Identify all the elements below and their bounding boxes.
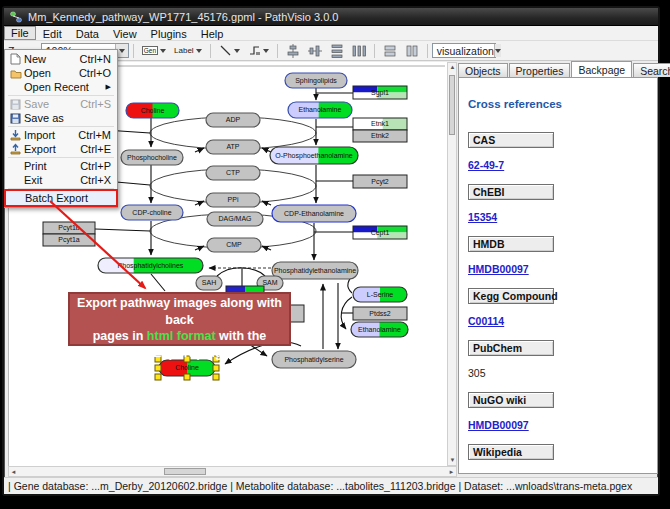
align-vertical-center-button[interactable] (305, 42, 325, 59)
horizontal-scroll-thumb[interactable] (164, 468, 206, 475)
ref-value-link[interactable]: HMDB00097 (468, 263, 529, 275)
node-ctp[interactable]: CTP (206, 166, 260, 180)
line-dropdown-icon[interactable] (234, 49, 240, 53)
ref-value-link[interactable]: 15354 (468, 211, 497, 223)
align-horizontal-center-button[interactable] (283, 42, 303, 59)
node-label: L-Serine (367, 291, 394, 298)
node-phosphatidylcholines[interactable]: Phosphatidylcholines (98, 258, 203, 273)
connector-tool-button[interactable] (245, 42, 272, 59)
menu-view[interactable]: View (106, 26, 144, 40)
node-phosphocholine[interactable]: Phosphocholine (121, 150, 183, 165)
node-cdp-ethanolamine[interactable]: CDP-Ethanolamine (272, 205, 356, 222)
tab-objects[interactable]: Objects (458, 63, 508, 77)
align-vertical-center-icon (308, 44, 322, 58)
scroll-up-icon[interactable]: ▲ (448, 63, 457, 72)
datanode-tool-button[interactable]: Gen (139, 42, 169, 59)
file-menu-item-import[interactable]: Import Ctrl+M (5, 128, 117, 142)
menu-data[interactable]: Data (69, 26, 106, 40)
node-ptdss2[interactable]: Ptdss2 (353, 307, 407, 320)
node-sphingolipids[interactable]: Sphingolipids (285, 73, 347, 88)
label-tool-button[interactable]: Label (171, 42, 205, 59)
menu-help[interactable]: Help (194, 26, 231, 40)
ref-section-kegg: Kegg Compound C00114 (468, 288, 657, 329)
file-menu-item-export[interactable]: Export Ctrl+E (5, 142, 117, 156)
node-ethanolamine-top[interactable]: Ethanolamine (288, 102, 352, 118)
node-o-phosphoethanolamine[interactable]: O-Phosphoethanolamine (270, 147, 358, 164)
node-ppi[interactable]: PPi (206, 193, 260, 207)
node-sgpl1[interactable]: Sgpl1 (353, 86, 407, 99)
node-ethanolamine-bottom[interactable]: Ethanolamine (351, 322, 408, 337)
line-tool-button[interactable] (216, 42, 243, 59)
scroll-right-icon[interactable]: ► (447, 468, 456, 477)
canvas-horizontal-scrollbar[interactable]: ◄ ► (8, 466, 457, 477)
menu-edit[interactable]: Edit (36, 26, 69, 40)
common-height-icon (405, 44, 419, 58)
datanode-dropdown-icon[interactable] (160, 49, 166, 53)
file-menu-item-batch-export[interactable]: Batch Export (6, 191, 116, 205)
file-menu-item-exit[interactable]: Exit Ctrl+X (5, 173, 117, 187)
distribute-vertical-button[interactable] (327, 42, 347, 59)
node-label: Ethanolamine (299, 106, 342, 113)
tab-properties[interactable]: Properties (509, 63, 571, 77)
connector-tool-icon (248, 44, 261, 57)
node-label: Pcyt1a (58, 236, 80, 244)
file-menu-item-save[interactable]: Save Ctrl+S (5, 97, 117, 111)
connector-dropdown-icon[interactable] (263, 49, 269, 53)
node-adp[interactable]: ADP (206, 113, 260, 127)
file-menu-item-new[interactable]: New Ctrl+N (5, 52, 117, 66)
titlebar[interactable]: Mm_Kennedy_pathway_WP1771_45176.gpml - P… (4, 8, 658, 26)
node-l-serine[interactable]: L-Serine (353, 287, 407, 302)
node-pcyt1b[interactable]: Pcyt1b (43, 222, 95, 234)
visualization-combobox[interactable]: visualization (432, 43, 496, 58)
node-choline-top[interactable]: Choline (126, 103, 179, 118)
submenu-arrow-icon: ▶ (106, 83, 111, 91)
node-label: Etnk2 (371, 132, 389, 139)
node-atp[interactable]: ATP (206, 140, 260, 154)
node-cmp[interactable]: CMP (207, 238, 261, 252)
callout-text: Export pathway images along with backpag… (70, 295, 289, 361)
ref-source-label: HMDB (468, 236, 554, 252)
ref-section-wikipedia: Wikipedia Choline (468, 444, 657, 474)
canvas-vertical-scrollbar[interactable]: ▲ ▼ (447, 62, 457, 466)
ref-section-chebi: ChEBI 15354 (468, 184, 657, 225)
align-horizontal-center-icon (286, 44, 300, 58)
ref-value-link[interactable]: HMDB00097 (468, 419, 529, 431)
selection-handle[interactable] (213, 374, 219, 380)
ref-value-link[interactable]: 62-49-7 (468, 159, 504, 171)
selection-handle[interactable] (155, 374, 161, 380)
node-pcyt2[interactable]: Pcyt2 (353, 175, 407, 188)
selection-handle[interactable] (213, 365, 219, 371)
common-width-button[interactable] (380, 42, 400, 59)
menu-file[interactable]: File (4, 26, 36, 40)
node-etnk1[interactable]: Etnk1 (353, 118, 407, 130)
visualization-dropdown-icon[interactable] (494, 44, 501, 57)
node-pcyt1a[interactable]: Pcyt1a (43, 234, 95, 246)
node-cept1[interactable]: Cept1 (353, 226, 407, 239)
node-dag-mag[interactable]: DAG/MAG (207, 212, 263, 226)
tab-search[interactable]: Search (633, 63, 670, 77)
common-height-button[interactable] (402, 42, 422, 59)
scroll-left-icon[interactable]: ◄ (9, 468, 18, 477)
ref-section-hmdb: HMDB HMDB00097 (468, 236, 657, 277)
node-label: O-Phosphoethanolamine (275, 152, 353, 160)
file-menu-item-save-as[interactable]: Save as (5, 111, 117, 125)
label-dropdown-icon[interactable] (196, 49, 202, 53)
node-sah[interactable]: SAH (196, 276, 222, 290)
node-etnk2[interactable]: Etnk2 (353, 130, 407, 142)
ref-value-link[interactable]: Choline (468, 471, 507, 474)
scroll-down-icon[interactable]: ▼ (448, 456, 457, 465)
node-phosphatidylethanolamine[interactable]: Phosphatidylethanolamine (272, 262, 358, 279)
selection-handle[interactable] (184, 374, 190, 380)
selection-handle[interactable] (155, 365, 161, 371)
tab-backpage[interactable]: Backpage (571, 61, 632, 77)
menu-plugins[interactable]: Plugins (144, 26, 194, 40)
ref-source-label: NuGO wiki (468, 392, 554, 408)
distribute-horizontal-button[interactable] (349, 42, 369, 59)
file-menu-item-open-recent[interactable]: Open Recent ▶ (5, 80, 117, 94)
node-cdp-choline[interactable]: CDP-choline (121, 205, 183, 220)
file-menu-item-open[interactable]: Open Ctrl+O (5, 66, 117, 80)
ref-value-link[interactable]: C00114 (468, 315, 504, 327)
file-menu-item-print[interactable]: Print Ctrl+P (5, 159, 117, 173)
pathway-edge (95, 229, 150, 231)
vertical-scroll-thumb[interactable] (449, 75, 455, 135)
